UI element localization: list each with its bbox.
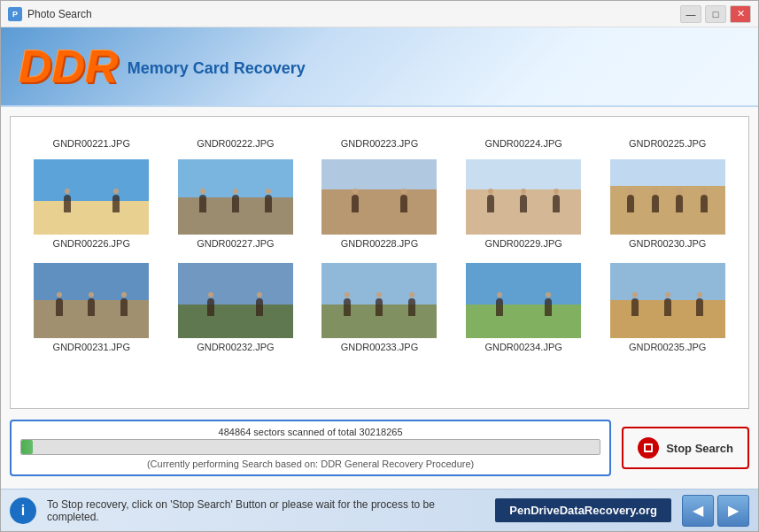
list-item[interactable]: GNDR00233.JPG bbox=[307, 256, 452, 359]
photo-thumbnail bbox=[466, 159, 581, 235]
photo-thumbnail bbox=[321, 263, 437, 338]
ddr-logo: DDR bbox=[19, 43, 119, 89]
progress-status: (Currently performing Search based on: D… bbox=[20, 459, 600, 469]
progress-block: 484864 sectors scanned of total 30218265… bbox=[10, 420, 611, 476]
list-item[interactable]: GNDR00229.JPG bbox=[452, 152, 596, 256]
app-subtitle: Memory Card Recovery bbox=[128, 59, 306, 78]
stop-icon bbox=[638, 437, 659, 459]
list-item[interactable]: GNDR00224.JPG bbox=[452, 126, 596, 152]
list-item[interactable]: GNDR00234.JPG bbox=[452, 256, 596, 359]
list-item[interactable]: GNDR00232.JPG bbox=[164, 256, 308, 359]
people-decoration bbox=[178, 195, 293, 212]
people-decoration bbox=[34, 298, 149, 316]
photo-label: GNDR00233.JPG bbox=[341, 342, 418, 352]
close-button[interactable]: ✕ bbox=[730, 5, 751, 23]
forward-button[interactable]: ▶ bbox=[717, 495, 749, 527]
people-decoration bbox=[34, 195, 149, 212]
photo-thumbnail bbox=[34, 263, 149, 338]
list-item[interactable]: GNDR00231.JPG bbox=[19, 256, 164, 359]
photo-label: GNDR00231.JPG bbox=[53, 342, 130, 352]
photo-label: GNDR00222.JPG bbox=[197, 138, 274, 149]
photo-label: GNDR00221.JPG bbox=[53, 138, 130, 149]
title-bar: P Photo Search — □ ✕ bbox=[1, 1, 758, 27]
photo-thumbnail bbox=[178, 263, 293, 338]
photo-label: GNDR00234.JPG bbox=[484, 342, 562, 352]
photo-label: GNDR00224.JPG bbox=[484, 138, 562, 149]
stop-search-button[interactable]: Stop Search bbox=[622, 427, 749, 469]
status-bar: i To Stop recovery, click on 'Stop Searc… bbox=[1, 489, 758, 531]
photo-thumbnail bbox=[466, 263, 581, 338]
photo-thumbnail bbox=[34, 159, 149, 235]
list-item[interactable]: GNDR00230.JPG bbox=[595, 152, 740, 256]
progress-bar-container bbox=[20, 439, 600, 455]
photo-grid-container[interactable]: GNDR00221.JPG GNDR00222.JPG GNDR00223.JP… bbox=[10, 116, 749, 409]
title-bar-left: P Photo Search bbox=[8, 7, 92, 21]
website-badge: PenDriveDataRecovery.org bbox=[495, 498, 671, 522]
list-item[interactable]: GNDR00223.JPG bbox=[307, 126, 452, 152]
minimize-button[interactable]: — bbox=[680, 5, 701, 23]
photo-label: GNDR00228.JPG bbox=[341, 238, 418, 249]
stop-icon-inner bbox=[644, 443, 653, 452]
photo-label: GNDR00225.JPG bbox=[629, 138, 706, 149]
people-decoration bbox=[178, 298, 293, 316]
nav-buttons: ◀ ▶ bbox=[682, 495, 749, 527]
people-decoration bbox=[321, 298, 437, 316]
photo-label: GNDR00235.JPG bbox=[629, 342, 706, 352]
list-item[interactable]: GNDR00225.JPG bbox=[595, 126, 740, 152]
window-controls: — □ ✕ bbox=[680, 5, 751, 23]
photo-label: GNDR00232.JPG bbox=[197, 342, 274, 352]
list-item[interactable]: GNDR00227.JPG bbox=[164, 152, 308, 256]
photo-thumbnail bbox=[321, 159, 437, 235]
stop-search-label: Stop Search bbox=[666, 442, 733, 455]
list-item[interactable]: GNDR00228.JPG bbox=[307, 152, 452, 256]
progress-bar-fill bbox=[21, 440, 33, 454]
back-button[interactable]: ◀ bbox=[682, 495, 714, 527]
info-icon: i bbox=[10, 497, 36, 524]
photo-thumbnail bbox=[610, 159, 725, 235]
photo-grid: GNDR00221.JPG GNDR00222.JPG GNDR00223.JP… bbox=[11, 117, 748, 368]
list-item[interactable]: GNDR00222.JPG bbox=[164, 126, 308, 152]
photo-label: GNDR00223.JPG bbox=[341, 138, 418, 149]
photo-label: GNDR00229.JPG bbox=[484, 238, 562, 249]
progress-text: 484864 sectors scanned of total 30218265 bbox=[20, 427, 600, 437]
people-decoration bbox=[466, 195, 581, 212]
photo-thumbnail bbox=[610, 263, 725, 338]
list-item[interactable]: GNDR00226.JPG bbox=[19, 152, 164, 256]
status-message: To Stop recovery, click on 'Stop Search'… bbox=[47, 498, 484, 523]
people-decoration bbox=[321, 195, 437, 212]
main-window: P Photo Search — □ ✕ DDR Memory Card Rec… bbox=[0, 0, 759, 532]
people-decoration bbox=[466, 298, 581, 316]
main-content: GNDR00221.JPG GNDR00222.JPG GNDR00223.JP… bbox=[1, 107, 758, 489]
list-item[interactable]: GNDR00235.JPG bbox=[595, 256, 740, 359]
progress-area: 484864 sectors scanned of total 30218265… bbox=[10, 416, 749, 480]
photo-thumbnail bbox=[178, 159, 293, 235]
app-header: DDR Memory Card Recovery bbox=[1, 27, 758, 107]
app-title-block: Memory Card Recovery bbox=[128, 56, 306, 78]
people-decoration bbox=[610, 195, 725, 212]
photo-label: GNDR00226.JPG bbox=[53, 238, 130, 249]
app-icon: P bbox=[8, 7, 22, 21]
maximize-button[interactable]: □ bbox=[705, 5, 726, 23]
photo-label: GNDR00227.JPG bbox=[197, 238, 274, 249]
photo-label: GNDR00230.JPG bbox=[629, 238, 706, 249]
people-decoration bbox=[610, 298, 725, 316]
list-item[interactable]: GNDR00221.JPG bbox=[19, 126, 164, 152]
window-title: Photo Search bbox=[27, 8, 92, 20]
